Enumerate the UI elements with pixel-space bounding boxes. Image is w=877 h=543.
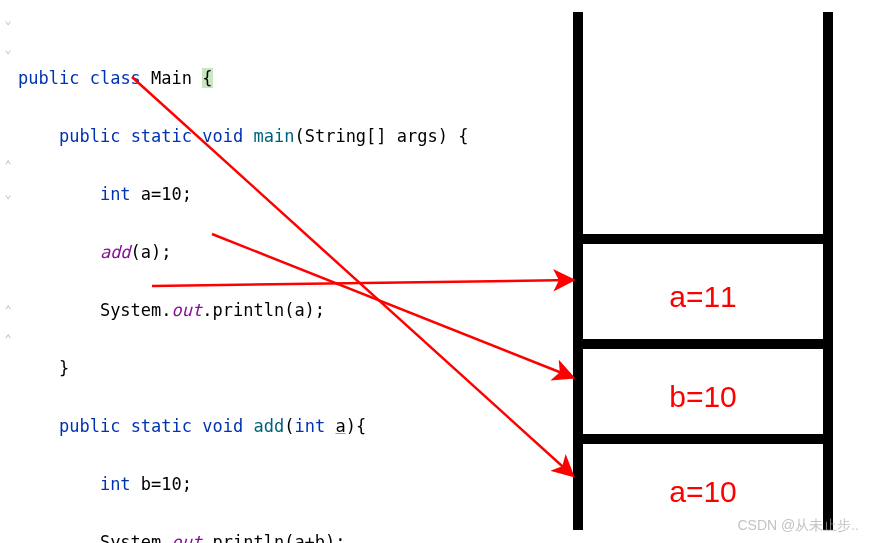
code-line: System.out.println(a);	[0, 296, 510, 325]
code-line: System.out.println(a+b);	[0, 528, 510, 543]
stack-right-wall	[823, 12, 833, 530]
stack-frame: b=10	[583, 339, 823, 444]
stack-frame-label: a=10	[669, 475, 737, 509]
stack-diagram: a=11b=10a=10	[573, 12, 833, 530]
code-line: public static void main(String[] args) {	[0, 122, 510, 151]
fold-icon: ⌄	[0, 6, 16, 35]
code-line: public static void add(int a){	[0, 412, 510, 441]
fold-icon: ⌃	[0, 296, 16, 325]
stack-frame-label: b=10	[669, 380, 737, 414]
fold-icon: ⌃	[0, 325, 16, 354]
fold-icon: ⌃	[0, 151, 16, 180]
code-line: add(a);	[0, 238, 510, 267]
fold-icon: ⌄	[0, 35, 16, 64]
code-line: public class Main {	[0, 64, 510, 93]
fold-gutter: ⌄ ⌄ ⌃ ⌄ ⌃ ⌃	[0, 6, 16, 354]
code-line: }	[0, 354, 510, 383]
stack-frame-label: a=11	[669, 280, 737, 314]
code-line: int a=10;	[0, 180, 510, 209]
watermark: CSDN @从未止步..	[737, 517, 859, 535]
code-editor: public class Main { public static void m…	[0, 0, 510, 543]
stack-left-wall	[573, 12, 583, 530]
code-line: int b=10;	[0, 470, 510, 499]
stack-frame: a=11	[583, 234, 823, 349]
fold-icon: ⌄	[0, 180, 16, 209]
